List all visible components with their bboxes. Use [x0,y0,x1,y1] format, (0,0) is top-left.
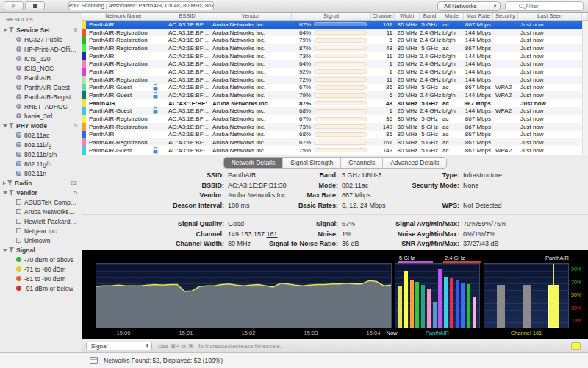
table-row[interactable]: PanthAIR AC:A3:1E:BF:… Aruba Networks In… [82,99,588,107]
table-row[interactable]: PanthAIR AC:A3:1E:BF:… Aruba Networks In… [82,52,588,60]
sidebar-section-signal[interactable]: Signal [0,245,82,255]
y-axis-right: 90%70%50%30%10% [571,263,584,328]
col-security[interactable]: Security [493,13,518,20]
disclosure-open-icon[interactable] [3,124,7,127]
col-channel[interactable]: Channel [371,13,395,20]
mode-value: ac [440,100,464,107]
table-row[interactable]: PanthAIR-Registration AC:A3:1E:BF:… Arub… [82,36,588,44]
table-row[interactable]: PanthAIR-Guest AC:A3:1E:BF:… Aruba Netwo… [82,107,588,116]
table-row[interactable]: PanthAIR-Guest AC:A3:1E:BF:… Aruba Netwo… [82,84,588,92]
table-row[interactable]: PanthAIR-Registration AC:A3:1E:BF:… Arub… [82,44,588,52]
sidebar-item-signal-range[interactable]: -81 to -90 dBm [0,274,82,283]
details-tab[interactable]: Advanced Details [383,158,446,168]
filter-input[interactable] [526,3,570,10]
band-value: 2.4 GHz [420,37,440,43]
sidebar-item-network[interactable]: HC327 Public [0,35,82,44]
table-row[interactable]: PanthAIR-Registration AC:A3:1E:BF:… Arub… [82,60,588,68]
table-row[interactable]: PanthAIR-Registration AC:A3:1E:BF:… Arub… [82,115,588,123]
spectrum-bar [467,284,470,328]
bssid-value: AC:A3:1E:BF:… [165,53,209,60]
spectrum-chart-label: PanthAIR [412,330,463,336]
sidebar-item-signal-range[interactable]: -70 dBm or above [0,255,82,264]
col-signal[interactable]: Signal [292,13,371,20]
sidebar-item-phy[interactable]: 802.11g/n [0,159,82,169]
max-rate-value: 867 Mbps [464,21,493,28]
sidebar-item-label: -91 dBm or below [24,285,74,292]
signal-history-chart[interactable] [96,263,392,328]
table-row[interactable]: PanthAIR-Registration AC:A3:1E:BF:… Arub… [82,123,588,131]
disclosure-closed-icon[interactable] [3,181,6,185]
signal-cell: 72% [292,77,371,83]
mode-value: b/g/n [440,53,464,60]
col-width[interactable]: Width [395,13,420,20]
details-tab[interactable]: Network Details [224,158,284,168]
list-icon[interactable] [90,357,98,364]
channel-chart[interactable] [484,263,569,328]
sidebar-item-vendor[interactable]: Hewlett-Packard… [0,216,82,226]
sidebar-item-vendor[interactable]: Aruba Networks… [0,207,82,216]
col-vendor[interactable]: Vendor [209,13,292,20]
table-row[interactable]: PanthAIR-Registration AC:A3:1E:BF:… Arub… [82,138,588,146]
signal-bar [314,30,367,35]
col-last-seen[interactable]: Last Seen [518,13,582,20]
series-color-swatch[interactable] [571,342,581,350]
sidebar-item-label: ICIS_NOC [24,65,54,72]
sidebar-item-network[interactable]: HP-Print-AD-Offi… [0,44,82,54]
sidebar-item-network[interactable]: harris_3rd [0,111,82,121]
table-header[interactable]: Network Name BSSID Vendor Signal Channel… [82,13,588,21]
sidebar-item-vendor[interactable]: Netgear Inc. [0,226,82,236]
spectrum-chart[interactable] [395,263,480,328]
mode-value: ac [440,131,464,138]
table-row[interactable]: PanthAIR AC:A3:1E:BF:… Aruba Networks In… [82,131,588,139]
disclosure-open-icon[interactable] [3,249,7,252]
filter-search-field[interactable] [505,1,584,11]
sidebar-item-network[interactable]: ICIS_320 [0,54,82,63]
table-row[interactable]: PanthAIR AC:A3:1E:BF:… Aruba Networks In… [82,68,588,76]
sidebar-item-phy[interactable]: 802.11n [0,169,82,178]
scan-stop-button[interactable] [25,1,45,10]
sidebar-item-network[interactable]: ICIS_NOC [0,63,82,73]
chart-controls-bar: Signal ▲▼ Use ⌘+ or ⌘– to increase/decre… [82,339,588,352]
sidebar-section-phy-mode[interactable]: PHY Mode 5 [0,121,82,130]
sidebar-item-network[interactable]: RNET_ADHOC [0,102,82,111]
sidebar-item-network[interactable]: PanthAIR-Regist… [0,92,82,102]
sidebar-item-signal-range[interactable]: -91 dBm or below [0,283,82,293]
sidebar-item-network[interactable]: PanthAIR-Guest [0,82,82,92]
sidebar-item-vendor[interactable]: Unknown [0,236,82,245]
network-filter-dropdown[interactable]: All Networks ▲▼ [437,1,501,11]
table-row[interactable]: PanthAIR-Guest AC:A3:1E:BF:… Aruba Netwo… [82,91,588,99]
col-band[interactable]: Band [420,13,440,20]
disclosure-open-icon[interactable] [3,29,7,32]
col-max-rate[interactable]: Max Rate [464,13,493,20]
detail-value: Not Detected [463,202,502,212]
details-tab[interactable]: Signal Strength [283,158,341,168]
sidebar-section-radio[interactable]: Radio 22 [0,178,82,188]
col-bssid[interactable]: BSSID [165,13,209,20]
chart-metric-dropdown[interactable]: Signal ▲▼ [86,342,152,350]
signal-percent: 92% [293,68,311,75]
sidebar-section-service-set[interactable]: Service Set 9 [0,25,82,35]
disclosure-open-icon[interactable] [3,191,7,194]
width-value: 80 MHz [395,45,420,52]
sidebar-item-vendor[interactable]: ASUSTeK Comp… [0,197,82,207]
table-row[interactable]: PanthAIR AC:A3:1E:BF:… Aruba Networks In… [82,21,588,29]
table-row[interactable]: PanthAIR-Registration AC:A3:1E:BF:… Arub… [82,29,588,37]
spectrum-bar [456,280,459,328]
sidebar-item-phy[interactable]: 802.11ac [0,130,82,140]
signal-percent: 64% [293,29,311,36]
table-row[interactable]: PanthAIR-Guest AC:A3:1E:BF:… Aruba Netwo… [82,146,588,155]
details-tab[interactable]: Channels [341,158,383,168]
spectrum-bar [433,302,437,328]
sidebar-item-phy[interactable]: 802.11b/g [0,140,82,149]
bssid-value: AC:A3:1E:BF:… [165,124,209,130]
detail-label: Channel: [82,230,224,241]
table-row[interactable]: PanthAIR-Registration AC:A3:1E:BF:… Arub… [82,76,588,84]
sidebar-item-phy[interactable]: 802.11b/g/n [0,149,82,159]
col-mode[interactable]: Mode [440,13,464,20]
sidebar-item-network[interactable]: PanthAIR [0,73,82,82]
scan-play-button[interactable] [4,1,24,10]
col-network-name[interactable]: Network Name [82,13,165,20]
sidebar-item-signal-range[interactable]: -71 to -80 dBm [0,264,82,274]
sidebar-section-vendor[interactable]: Vendor 5 [0,188,82,197]
table-scrollbar[interactable] [582,21,588,155]
